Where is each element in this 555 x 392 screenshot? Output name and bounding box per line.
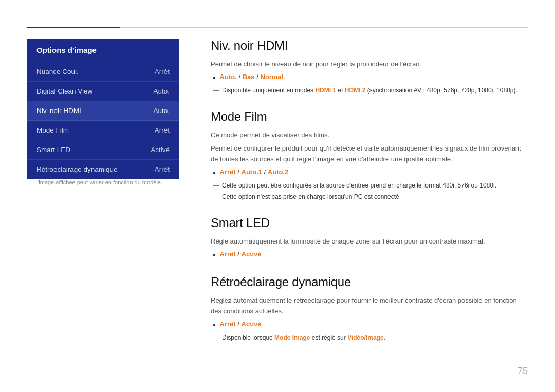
bullet-part: Activé xyxy=(242,250,262,258)
bullet-part: Arrêt xyxy=(220,168,236,176)
sidebar-item-label-3: Mode Film xyxy=(36,126,69,134)
sidebar-item-label-2: Niv. noir HDMI xyxy=(36,107,81,115)
note-part: Mode Image xyxy=(274,334,310,341)
bullet-part: Normal xyxy=(260,73,283,81)
note-dash: ― xyxy=(213,86,219,95)
bullet-niv-noir-hdmi-0: •Auto. / Bas / Normal xyxy=(213,73,528,84)
section-desc-mode-film-1: Permet de configurer le produit pour qu'… xyxy=(211,143,528,165)
bullet-part: Auto.1 xyxy=(242,168,262,176)
sidebar-item-1[interactable]: Digital Clean ViewAuto. xyxy=(27,82,179,101)
bullet-text-retroeclairage-dynamique-0: Arrêt / Activé xyxy=(220,320,262,328)
footnote-divider xyxy=(27,175,115,175)
bullet-part: Arrêt xyxy=(220,320,236,328)
note-part: Disponible lorsque xyxy=(222,334,274,341)
top-decorative-lines xyxy=(27,27,528,28)
sidebar-title: Options d'image xyxy=(27,39,179,62)
note-mode-film-1: ―Cette option n'est pas prise en charge … xyxy=(213,192,528,201)
note-part: Disponible uniquement en modes xyxy=(222,87,315,94)
sidebar-item-label-0: Nuance Coul. xyxy=(36,68,79,76)
bullet-dot-smart-led-0: • xyxy=(213,250,216,261)
note-text-niv-noir-hdmi-0: Disponible uniquement en modes HDMI 1 et… xyxy=(222,86,517,95)
sidebar-item-label-4: Smart LED xyxy=(36,146,70,154)
section-desc-smart-led-0: Règle automatiquement la luminosité de c… xyxy=(211,236,528,247)
bullet-mode-film-0: •Arrêt / Auto.1 / Auto.2 xyxy=(213,168,528,179)
bullet-text-smart-led-0: Arrêt / Activé xyxy=(220,250,262,258)
sidebar-item-2[interactable]: Niv. noir HDMIAuto. xyxy=(27,101,179,121)
bullet-dot-niv-noir-hdmi-0: • xyxy=(213,73,216,84)
section-smart-led: Smart LEDRègle automatiquement la lumino… xyxy=(211,216,528,261)
bullet-dot-mode-film-0: • xyxy=(213,168,216,179)
sidebar-footnote: ― L'image affichée peut varier en foncti… xyxy=(27,175,179,185)
note-text-mode-film-1: Cette option n'est pas prise en charge l… xyxy=(222,192,401,201)
main-content: Niv. noir HDMIPermet de choisir le nivea… xyxy=(211,39,528,357)
bullet-smart-led-0: •Arrêt / Activé xyxy=(213,250,528,261)
note-part: est réglé sur xyxy=(310,334,347,341)
bullet-part: / xyxy=(237,73,243,81)
sidebar-item-label-5: Rétroéclairage dynamique xyxy=(36,165,118,173)
note-part: Cette option peut être configurée si la … xyxy=(222,182,496,189)
bullet-part: Activé xyxy=(242,320,262,328)
top-line-light xyxy=(120,27,528,28)
note-text-mode-film-0: Cette option peut être configurée si la … xyxy=(222,181,496,190)
note-retroeclairage-dynamique-0: ―Disponible lorsque Mode Image est réglé… xyxy=(213,333,528,342)
section-title-mode-film: Mode Film xyxy=(211,109,528,124)
sidebar-item-0[interactable]: Nuance Coul.Arrêt xyxy=(27,62,179,82)
section-retroeclairage-dynamique: Rétroéclairage dynamiqueRéglez automatiq… xyxy=(211,275,528,342)
note-part: HDMI 1 xyxy=(315,87,336,94)
sidebar-item-value-3: Arrêt xyxy=(155,126,170,134)
section-mode-film: Mode FilmCe mode permet de visualiser de… xyxy=(211,109,528,201)
top-line-accent xyxy=(27,27,120,28)
sidebar-item-4[interactable]: Smart LEDActivé xyxy=(27,140,179,160)
bullet-part: / xyxy=(262,168,268,176)
note-part: (synchronisation AV : 480p, 576p, 720p, … xyxy=(365,87,517,94)
sidebar-item-value-1: Auto. xyxy=(153,87,170,95)
section-niv-noir-hdmi: Niv. noir HDMIPermet de choisir le nivea… xyxy=(211,39,528,95)
footnote-text: ― L'image affichée peut varier en foncti… xyxy=(27,179,179,185)
section-desc-retroeclairage-dynamique-0: Réglez automatiquement le rétroéclairage… xyxy=(211,295,528,317)
note-niv-noir-hdmi-0: ―Disponible uniquement en modes HDMI 1 e… xyxy=(213,86,528,95)
sidebar-item-3[interactable]: Mode FilmArrêt xyxy=(27,121,179,140)
note-part: Vidéo/Image xyxy=(347,334,383,341)
page-number: 75 xyxy=(517,366,528,377)
section-title-retroeclairage-dynamique: Rétroéclairage dynamique xyxy=(211,275,528,289)
bullet-part: Bas xyxy=(243,73,255,81)
note-part: . xyxy=(384,334,385,341)
section-title-smart-led: Smart LED xyxy=(211,216,528,230)
sidebar-item-value-5: Arrêt xyxy=(155,165,170,173)
note-dash: ― xyxy=(213,181,219,190)
sidebar-item-value-2: Auto. xyxy=(153,107,170,115)
section-desc-mode-film-0: Ce mode permet de visualiser des films. xyxy=(211,130,528,141)
bullet-part: / xyxy=(255,73,261,81)
note-part: et xyxy=(336,87,345,94)
section-title-niv-noir-hdmi: Niv. noir HDMI xyxy=(211,39,528,53)
note-dash: ― xyxy=(213,333,219,342)
section-desc-niv-noir-hdmi-0: Permet de choisir le niveau de noir pour… xyxy=(211,59,528,70)
bullet-dot-retroeclairage-dynamique-0: • xyxy=(213,320,216,331)
bullet-part: Arrêt xyxy=(220,250,236,258)
sidebar: Options d'image Nuance Coul.ArrêtDigital… xyxy=(27,39,179,179)
note-text-retroeclairage-dynamique-0: Disponible lorsque Mode Image est réglé … xyxy=(222,333,385,342)
bullet-part: / xyxy=(236,250,242,258)
bullet-part: / xyxy=(236,320,242,328)
note-dash: ― xyxy=(213,192,219,201)
bullet-part: Auto. xyxy=(220,73,237,81)
sidebar-item-label-1: Digital Clean View xyxy=(36,87,92,95)
bullet-text-niv-noir-hdmi-0: Auto. / Bas / Normal xyxy=(220,73,284,81)
bullet-part: Auto.2 xyxy=(268,168,288,176)
sidebar-item-value-4: Activé xyxy=(151,146,170,154)
bullet-part: / xyxy=(236,168,242,176)
note-part: Cette option n'est pas prise en charge l… xyxy=(222,193,401,200)
bullet-retroeclairage-dynamique-0: •Arrêt / Activé xyxy=(213,320,528,331)
bullet-text-mode-film-0: Arrêt / Auto.1 / Auto.2 xyxy=(220,168,289,176)
note-part: HDMI 2 xyxy=(345,87,366,94)
sections: Niv. noir HDMIPermet de choisir le nivea… xyxy=(211,39,528,342)
sidebar-items: Nuance Coul.ArrêtDigital Clean ViewAuto.… xyxy=(27,62,179,179)
sidebar-item-value-0: Arrêt xyxy=(155,68,170,76)
note-mode-film-0: ―Cette option peut être configurée si la… xyxy=(213,181,528,190)
